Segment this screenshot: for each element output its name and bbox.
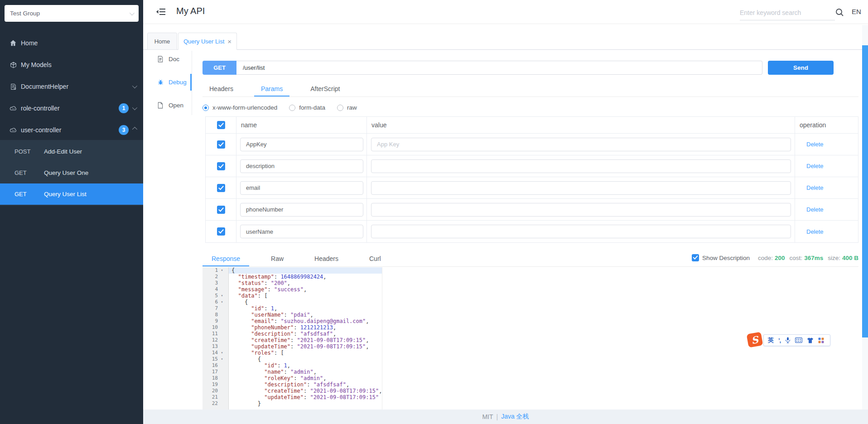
code-text: "description": "afsdfsaf", bbox=[229, 381, 349, 388]
code-token: "id" bbox=[264, 362, 277, 369]
sidebar-item-documenthelper[interactable]: DocumentHelper bbox=[0, 76, 143, 97]
side-nav-debug[interactable]: Debug bbox=[157, 71, 191, 94]
body-type-x-www-form-urlencoded[interactable]: x-www-form-urlencoded bbox=[203, 104, 277, 111]
method-label: POST bbox=[14, 148, 44, 155]
url-input[interactable] bbox=[236, 61, 762, 75]
gutter-cell: 2 bbox=[203, 274, 229, 280]
stat-label: size: bbox=[828, 255, 840, 261]
side-nav-doc[interactable]: Doc bbox=[157, 48, 191, 71]
body-type-raw[interactable]: raw bbox=[337, 104, 357, 111]
delete-link[interactable]: Delete bbox=[806, 228, 824, 235]
request-tab-afterscript[interactable]: AfterScript bbox=[304, 82, 347, 97]
sidebar-item-role-controller[interactable]: role-controller1 bbox=[0, 97, 143, 119]
code-token bbox=[231, 274, 238, 280]
cell-checkbox bbox=[206, 221, 236, 242]
code-token bbox=[231, 331, 251, 337]
param-name-input[interactable] bbox=[240, 203, 363, 217]
response-tab-raw[interactable]: Raw bbox=[262, 252, 293, 267]
cell-value bbox=[366, 155, 795, 177]
param-value-input[interactable] bbox=[371, 138, 791, 151]
param-value-input[interactable] bbox=[371, 181, 791, 195]
stat-label: code: bbox=[758, 255, 773, 261]
body-type-form-data[interactable]: form-data bbox=[289, 104, 325, 111]
line-number: 6 bbox=[203, 299, 218, 305]
fold-arrow-icon[interactable]: ▾ bbox=[218, 356, 226, 362]
show-description-checkbox[interactable] bbox=[692, 254, 699, 261]
sidebar-fold-icon[interactable] bbox=[156, 8, 167, 17]
code-token: : bbox=[294, 331, 300, 337]
line-number: 17 bbox=[203, 369, 218, 375]
sidebar-item-my-models[interactable]: My Models bbox=[0, 54, 143, 76]
line-number: 8 bbox=[203, 312, 218, 318]
line-number: 11 bbox=[203, 331, 218, 337]
group-select[interactable]: Test Group bbox=[5, 5, 139, 22]
response-editor[interactable]: 1▾{2 "timestamp": 1648869982424,3 "statu… bbox=[203, 267, 858, 410]
gutter-cell: 19 bbox=[203, 381, 229, 388]
param-value-input[interactable] bbox=[371, 225, 791, 238]
footer: MIT | Java 全栈 bbox=[143, 410, 868, 424]
row-checkbox[interactable] bbox=[217, 162, 225, 170]
sidebar-item-home[interactable]: Home bbox=[0, 32, 143, 54]
footer-link[interactable]: Java 全栈 bbox=[501, 413, 529, 421]
param-value-input[interactable] bbox=[371, 203, 791, 217]
param-name-input[interactable] bbox=[240, 159, 363, 173]
param-name-input[interactable] bbox=[240, 181, 363, 195]
row-checkbox[interactable] bbox=[217, 227, 225, 236]
request-tab-headers[interactable]: Headers bbox=[203, 82, 240, 97]
stat-value: 400 B bbox=[842, 255, 858, 261]
param-name-input[interactable] bbox=[240, 138, 363, 151]
editor-line: 19 "description": "afsdfsaf", bbox=[203, 381, 858, 388]
language-toggle[interactable]: EN bbox=[852, 8, 861, 15]
send-button[interactable]: Send bbox=[768, 61, 834, 75]
side-nav: DocDebugOpen bbox=[157, 48, 191, 117]
code-token: , bbox=[366, 337, 369, 343]
response-tab-headers[interactable]: Headers bbox=[305, 252, 347, 267]
delete-link[interactable]: Delete bbox=[806, 163, 824, 169]
gutter-cell: 5▾ bbox=[203, 293, 229, 299]
sidebar-item-user-controller[interactable]: user-controller3 bbox=[0, 119, 143, 141]
show-description-label: Show Description bbox=[702, 255, 750, 261]
editor-line: 20 "createTime": "2021-09-08T17:09:15", bbox=[203, 388, 858, 394]
side-nav-label: Debug bbox=[169, 79, 187, 86]
delete-link[interactable]: Delete bbox=[806, 141, 824, 148]
code-token bbox=[231, 369, 264, 375]
param-name-input[interactable] bbox=[240, 225, 363, 238]
row-checkbox[interactable] bbox=[217, 206, 225, 214]
side-nav-open[interactable]: Open bbox=[157, 94, 191, 117]
code-token: "data" bbox=[238, 293, 257, 299]
code-text: "userName": "pdai", bbox=[229, 312, 313, 318]
fold-arrow-icon[interactable]: ▾ bbox=[218, 293, 226, 299]
response-tab-response[interactable]: Response bbox=[203, 252, 249, 267]
api-cloud-icon bbox=[9, 104, 17, 112]
line-number: 9 bbox=[203, 318, 218, 324]
fold-arrow-icon[interactable]: ▾ bbox=[218, 350, 226, 356]
request-tab-params[interactable]: Params bbox=[254, 82, 289, 97]
sidebar-endpoint-add-edit-user[interactable]: POSTAdd-Edit User bbox=[0, 141, 143, 162]
method-button[interactable]: GET bbox=[203, 61, 236, 75]
code-token: , bbox=[310, 312, 313, 318]
gutter-cell: 4 bbox=[203, 286, 229, 293]
response-tab-curl[interactable]: Curl bbox=[360, 252, 390, 267]
row-checkbox[interactable] bbox=[217, 140, 225, 149]
line-number: 21 bbox=[203, 394, 218, 400]
code-token: 1648869982424 bbox=[280, 274, 323, 280]
cell-value bbox=[366, 134, 795, 155]
cell-checkbox bbox=[206, 199, 236, 220]
fold-arrow-icon[interactable]: ▾ bbox=[218, 299, 226, 305]
sidebar-endpoint-query-user-one[interactable]: GETQuery User One bbox=[0, 162, 143, 183]
fold-arrow-icon[interactable]: ▾ bbox=[218, 267, 226, 274]
row-checkbox[interactable] bbox=[217, 184, 225, 192]
code-token: "name" bbox=[264, 369, 284, 375]
scrollbar-thumb[interactable] bbox=[862, 45, 868, 337]
select-all-checkbox[interactable] bbox=[217, 121, 225, 129]
delete-link[interactable]: Delete bbox=[806, 206, 824, 213]
sidebar-item-label: role-controller bbox=[21, 105, 60, 112]
param-value-input[interactable] bbox=[371, 159, 791, 173]
delete-link[interactable]: Delete bbox=[806, 184, 824, 191]
sidebar-endpoint-query-user-list[interactable]: GETQuery User List bbox=[0, 183, 143, 205]
editor-line: 11 "description": "afsdfsaf", bbox=[203, 331, 858, 337]
search-input[interactable] bbox=[740, 5, 835, 20]
close-icon[interactable]: × bbox=[227, 38, 231, 45]
cell-checkbox bbox=[206, 155, 236, 177]
search-icon[interactable] bbox=[835, 8, 844, 17]
